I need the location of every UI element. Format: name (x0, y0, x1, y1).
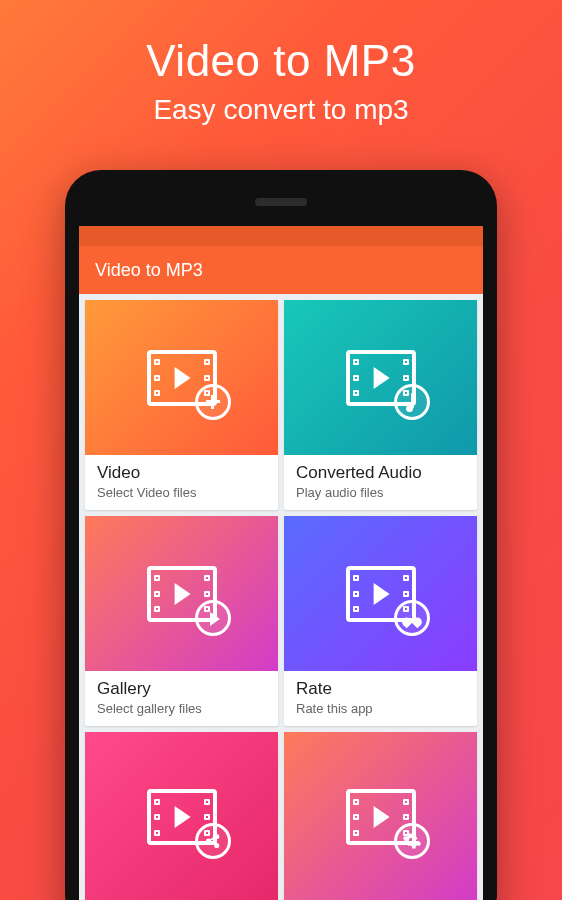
music-note-icon (394, 384, 430, 420)
tile-grid: Video Select Video files (79, 294, 483, 900)
tile-title: Rate (296, 679, 465, 699)
app-title: Video to MP3 (95, 260, 203, 281)
tile-share-art (85, 732, 278, 900)
status-bar (79, 226, 483, 246)
tile-share[interactable]: Share (85, 732, 278, 900)
phone-frame: Video to MP3 Video (65, 170, 497, 900)
gear-icon (394, 823, 430, 859)
tile-video[interactable]: Video Select Video files (85, 300, 278, 510)
film-play-icon (346, 566, 416, 622)
film-play-icon (346, 789, 416, 845)
tile-gallery[interactable]: Gallery Select gallery files (85, 516, 278, 726)
tile-settings-art (284, 732, 477, 900)
tile-title: Converted Audio (296, 463, 465, 483)
tile-converted-audio[interactable]: Converted Audio Play audio files (284, 300, 477, 510)
tile-rate[interactable]: Rate Rate this app (284, 516, 477, 726)
plus-icon (195, 384, 231, 420)
mini-play-icon (195, 600, 231, 636)
tile-audio-art (284, 300, 477, 455)
tile-subtitle: Play audio files (296, 485, 465, 500)
tile-video-art (85, 300, 278, 455)
tile-subtitle: Select Video files (97, 485, 266, 500)
app-bar: Video to MP3 (79, 246, 483, 294)
tile-subtitle: Select gallery files (97, 701, 266, 716)
svg-point-1 (215, 835, 218, 838)
film-play-icon (147, 789, 217, 845)
heart-icon (394, 600, 430, 636)
promo-title: Video to MP3 (146, 36, 415, 86)
film-play-icon (147, 566, 217, 622)
phone-screen: Video to MP3 Video (79, 226, 483, 900)
film-play-icon (346, 350, 416, 406)
tile-rate-art (284, 516, 477, 671)
tile-gallery-art (85, 516, 278, 671)
tile-settings[interactable]: Settings (284, 732, 477, 900)
svg-line-4 (210, 842, 215, 845)
tile-title: Video (97, 463, 266, 483)
promo-subtitle: Easy convert to mp3 (153, 94, 408, 126)
share-icon (195, 823, 231, 859)
tile-subtitle: Rate this app (296, 701, 465, 716)
svg-point-2 (215, 844, 218, 847)
svg-line-3 (210, 837, 215, 840)
svg-point-0 (206, 839, 209, 842)
tile-title: Gallery (97, 679, 266, 699)
promo-background: Video to MP3 Easy convert to mp3 Video t… (0, 0, 562, 900)
film-play-icon (147, 350, 217, 406)
